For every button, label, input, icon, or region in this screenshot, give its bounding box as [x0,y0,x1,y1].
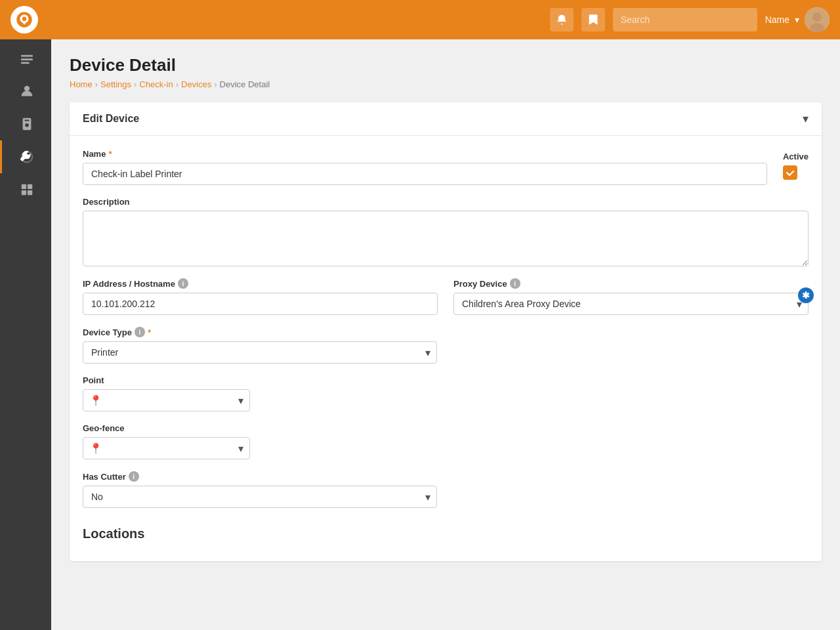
proxy-label: Proxy Device i [453,278,808,289]
notifications-button[interactable] [550,8,574,32]
svg-rect-6 [21,58,33,60]
name-label: Name * [83,149,767,159]
edit-device-card: Edit Device ▾ Name * Active [70,102,822,561]
svg-rect-12 [21,184,26,189]
sidebar-item-person[interactable] [0,75,51,108]
card-title: Edit Device [83,113,139,125]
proxy-group: Proxy Device i ✱ Children's Area Proxy D… [453,278,808,315]
card-collapse-button[interactable]: ▾ [803,112,808,126]
proxy-device-select[interactable]: Children's Area Proxy Device Other Devic… [453,293,808,315]
description-group: Description [83,197,808,266]
point-label: Point [83,375,808,385]
point-select-wrapper: 📍 [83,389,250,411]
name-group: Name * [83,149,767,185]
svg-point-1 [22,16,27,21]
geo-fence-group: Geo-fence 📍 [83,423,808,459]
device-type-select[interactable]: Printer Check-in Kiosk [83,341,437,364]
locations-section-title: Locations [83,526,808,541]
main-layout: Device Detail Home › Settings › Check-in… [0,39,840,630]
active-label: Active [783,152,808,161]
point-select[interactable] [83,389,250,411]
sidebar-item-badge[interactable] [0,108,51,140]
card-body: Name * Active [70,136,822,561]
bookmarks-button[interactable] [581,8,605,32]
name-input[interactable] [83,163,767,185]
has-cutter-select-wrapper: No Yes [83,486,437,508]
has-cutter-select[interactable]: No Yes [83,486,437,508]
breadcrumb-current: Device Detail [220,79,270,89]
name-active-row: Name * Active [83,149,808,185]
point-group: Point 📍 [83,375,808,411]
has-cutter-label: Has Cutter i [83,471,437,482]
top-nav-right: Name ▾ [550,7,830,32]
svg-point-11 [25,123,29,127]
description-label: Description [83,197,808,207]
svg-rect-7 [21,62,30,64]
proxy-asterisk-badge: ✱ [798,287,814,303]
ip-input[interactable] [83,293,438,315]
sidebar [0,39,51,630]
svg-point-3 [812,12,822,22]
breadcrumb-home[interactable]: Home [70,79,93,89]
breadcrumb-checkin[interactable]: Check-in [139,79,173,89]
svg-rect-5 [21,55,33,57]
device-type-info-icon[interactable]: i [135,327,145,337]
content-area: Device Detail Home › Settings › Check-in… [51,39,840,630]
proxy-device-wrapper: ✱ Children's Area Proxy Device Other Dev… [453,293,808,315]
svg-rect-13 [27,184,32,189]
geo-fence-label: Geo-fence [83,423,808,433]
ip-proxy-row: IP Address / Hostname i Proxy Device i ✱ [83,278,808,315]
top-navigation: Name ▾ [0,0,840,39]
active-checkbox-wrapper [783,165,808,180]
ip-info-icon[interactable]: i [178,278,188,289]
sidebar-item-settings[interactable] [0,140,51,173]
active-checkbox[interactable] [783,165,797,180]
sidebar-item-notes[interactable] [0,45,51,75]
device-type-select-wrapper: Printer Check-in Kiosk [83,341,437,364]
svg-rect-14 [21,190,26,195]
device-type-group: Device Type i * Printer Check-in Kiosk [83,327,437,364]
breadcrumb-settings[interactable]: Settings [100,79,131,89]
card-header: Edit Device ▾ [70,102,822,136]
ip-group: IP Address / Hostname i [83,278,438,315]
user-name-label: Name [765,14,789,25]
geo-fence-select[interactable] [83,437,250,459]
device-type-required-star: * [148,327,151,337]
geo-fence-select-wrapper: 📍 [83,437,250,459]
proxy-info-icon[interactable]: i [510,278,520,289]
breadcrumb: Home › Settings › Check-in › Devices › D… [70,79,822,89]
has-cutter-info-icon[interactable]: i [129,471,139,482]
search-input[interactable] [613,8,757,32]
breadcrumb-devices[interactable]: Devices [181,79,211,89]
device-type-label: Device Type i * [83,327,437,337]
svg-rect-15 [27,190,32,195]
user-dropdown-icon: ▾ [795,14,799,25]
user-avatar [805,7,830,32]
svg-point-8 [24,86,29,91]
ip-label: IP Address / Hostname i [83,278,438,289]
user-menu[interactable]: Name ▾ [765,7,830,32]
active-group: Active [783,149,808,185]
page-title: Device Detail [70,55,822,75]
svg-rect-10 [24,120,29,121]
app-logo[interactable] [10,6,38,33]
sidebar-item-tools[interactable] [0,173,51,206]
has-cutter-group: Has Cutter i No Yes [83,471,437,508]
name-required-star: * [108,149,112,159]
description-input[interactable] [83,211,808,266]
